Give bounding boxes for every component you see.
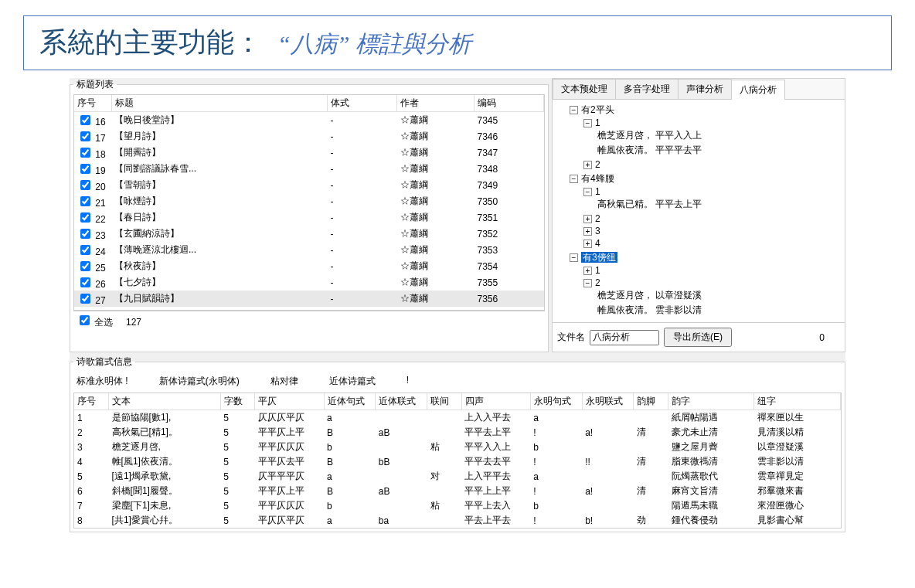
detail-table-scroll[interactable]: 序号文本字数平仄近体句式近体联式联间四声永明句式永明联式韵脚韵字纽字 1是節協陽… [73,393,842,529]
table-row[interactable]: 25【秋夜詩】-☆蕭綱7354 [74,258,544,274]
filename-input[interactable] [590,330,659,345]
row-checkbox[interactable] [80,115,90,125]
column-header[interactable]: 标题 [111,95,328,112]
column-header[interactable]: 序号 [74,393,109,410]
cell: 平平仄上平 [255,484,324,498]
tree-node[interactable]: 有4蜂腰 [581,173,614,184]
column-header[interactable]: 四声 [461,393,530,410]
tree-toggle[interactable]: + [583,240,592,248]
row-checkbox[interactable] [80,164,90,174]
row-checkbox[interactable] [80,261,90,271]
tree-node-selected[interactable]: 有3傍纽 [581,252,617,263]
table-row[interactable]: 17【望月詩】-☆蕭綱7346 [74,128,544,144]
tree-toggle[interactable]: − [570,175,578,183]
table-row[interactable]: 2高秋氣已[精1]。5平平仄上平BaB平平去上平!a!清豪尤未止清見清溪以精 [74,425,841,440]
table-row[interactable]: 23【玄圃納涼詩】-☆蕭綱7352 [74,226,544,242]
table-row[interactable]: 5[遠1]燭承歌黛,5仄平平平仄a对上入平平去a阮燭蒸歌代雲章禪見定 [74,469,841,484]
cell: 【望月詩】 [111,128,328,144]
tree-toggle[interactable]: + [583,215,592,223]
tree-node[interactable]: 2 [595,213,600,224]
row-checkbox[interactable] [80,212,90,223]
tree-scroll[interactable]: −有2平头 −1 檐芝逐月啓， 平平入入上 帷風依夜清。 平平平去平 +2 [553,100,845,322]
tree-leaf[interactable]: 檐芝逐月啓， 平平入入上 [597,130,702,141]
tree-toggle[interactable]: − [570,253,578,262]
tree-node[interactable]: 3 [595,226,600,236]
tree-leaf[interactable]: 帷風依夜清。 雲非影以清 [597,304,702,315]
cell: ☆蕭綱 [397,161,475,177]
tree-toggle[interactable]: + [583,227,592,236]
tree-leaf[interactable]: 高秋氣已精。 平平去上平 [597,199,702,209]
row-checkbox[interactable] [80,131,90,141]
table-row[interactable]: 3檐芝逐月啓,5平平仄仄仄b粘平平入入上b鹽之屋月薺以章澄疑溪 [74,440,841,454]
table-row[interactable]: 20【雪朝詩】-☆蕭綱7349 [74,177,544,193]
column-header[interactable]: 永明联式 [582,393,634,410]
row-checkbox[interactable] [80,196,90,206]
cell: B [324,454,376,469]
row-checkbox[interactable] [80,294,90,304]
tree-toggle[interactable]: − [570,106,578,114]
tree-node[interactable]: 2 [595,159,600,170]
tree-node[interactable]: 有2平头 [581,104,614,115]
table-row[interactable]: 26【七夕詩】-☆蕭綱7355 [74,274,544,291]
cell: 上入入平去 [461,410,530,426]
tree-toggle[interactable]: − [583,279,592,287]
column-header[interactable]: 近体联式 [376,393,427,410]
table-row[interactable]: 19【同劉諮議詠春雪...-☆蕭綱7348 [74,161,544,177]
table-row[interactable]: 16【晚日後堂詩】-☆蕭綱7345 [74,112,544,129]
table-row[interactable]: 4帷[風1]依夜清。5平平仄去平BbB平平去去平!!!清脂東微禡清雲非影以清 [74,454,841,469]
tab-0[interactable]: 文本预处理 [553,79,616,99]
tree-node[interactable]: 4 [595,238,600,249]
tree-toggle[interactable]: + [583,161,592,169]
row-checkbox[interactable] [80,277,90,287]
table-row[interactable]: 18【開霽詩】-☆蕭綱7347 [74,144,544,161]
column-header[interactable]: 平仄 [255,393,324,410]
column-header[interactable]: 序号 [74,95,111,112]
cell: b [530,440,582,454]
tree-toggle[interactable]: − [583,188,592,196]
tree-node[interactable]: 1 [595,117,600,128]
tree-leaf[interactable]: 帷風依夜清。 平平平去平 [597,144,702,155]
column-header[interactable]: 编码 [475,95,544,112]
tab-1[interactable]: 多音字处理 [615,79,679,99]
column-header[interactable]: 字数 [220,393,255,410]
tree-leaf[interactable]: 檐芝逐月啓， 以章澄疑溪 [597,290,702,301]
select-all-checkbox[interactable] [80,315,90,325]
row-checkbox[interactable] [80,180,90,190]
tab-3[interactable]: 八病分析 [731,80,785,100]
tab-2[interactable]: 声律分析 [678,79,732,99]
cell: 脂東微禡清 [668,454,754,469]
column-header[interactable]: 联间 [427,393,462,410]
tree-node[interactable]: 1 [595,186,600,197]
tree-toggle[interactable]: + [583,267,592,275]
column-header[interactable]: 纽字 [754,393,841,410]
cell [427,410,462,426]
table-row[interactable]: 6斜橋[聞1]履聲。5平平仄上平BaB平平上上平!a!清麻宵文旨清邪羣微來書 [74,484,841,498]
table-row[interactable]: 27【九日賦韻詩】-☆蕭綱7356 [74,291,544,307]
column-header[interactable]: 韵字 [668,393,754,410]
cell: 平平仄仄仄 [255,498,324,513]
table-row[interactable]: 8[共1]愛賞心幷。5平仄仄平仄aba平去上平去!b!劲鍾代養侵劲見影書心幫 [74,513,841,528]
column-header[interactable]: 文本 [109,393,221,410]
table-row[interactable]: 7梁塵[下1]未息,5平平仄仄仄b粘平平上去入b陽遁馬未職來澄匣微心 [74,498,841,513]
export-button[interactable]: 导出所选(E) [664,328,732,347]
tree-node[interactable]: 1 [595,265,600,276]
cell: 見影書心幫 [754,513,841,528]
cell: 5 [220,410,255,426]
column-header[interactable]: 永明句式 [530,393,582,410]
row-checkbox[interactable] [80,245,90,255]
table-row[interactable]: 24【薄晚逐涼北樓迴...-☆蕭綱7353 [74,242,544,258]
tree-node[interactable]: 2 [595,277,600,288]
poem-summary: 标准永明体 ! 新体诗篇式(永明体) 粘对律 近体诗篇式 ! [73,372,842,391]
row-checkbox[interactable] [80,148,90,158]
column-header[interactable]: 体式 [328,95,397,112]
column-header[interactable]: 韵脚 [634,393,668,410]
row-checkbox[interactable] [80,229,90,239]
cell: - [328,144,397,161]
title-table-scroll[interactable]: 序号标题体式作者编码 16【晚日後堂詩】-☆蕭綱7345 17【望月詩】-☆蕭綱… [73,94,545,311]
column-header[interactable]: 近体句式 [324,393,376,410]
table-row[interactable]: 22【春日詩】-☆蕭綱7351 [74,209,544,226]
table-row[interactable]: 21【咏煙詩】-☆蕭綱7350 [74,193,544,209]
column-header[interactable]: 作者 [397,95,475,112]
table-row[interactable]: 1是節協陽[數1],5仄仄仄平仄a上入入平去a紙屑帖陽遇禪來匣以生 [74,410,841,426]
tree-toggle[interactable]: − [583,119,592,127]
